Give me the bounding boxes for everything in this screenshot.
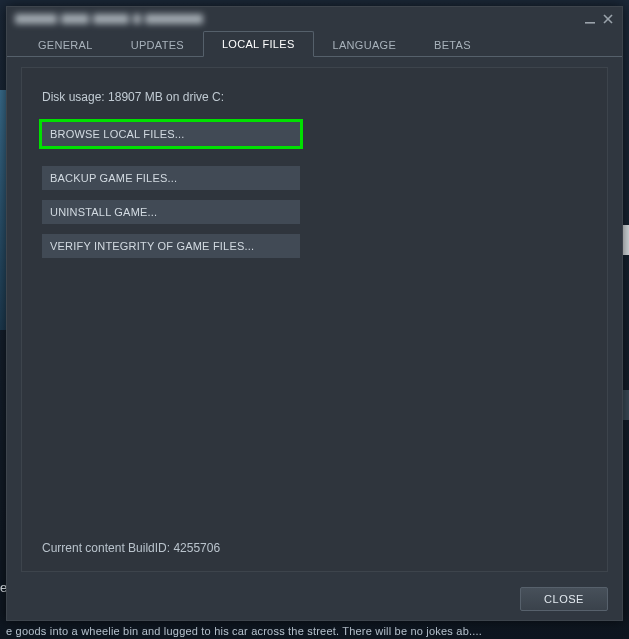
close-icon xyxy=(602,13,614,25)
titlebar xyxy=(7,7,622,31)
browse-local-files-button[interactable]: BROWSE LOCAL FILES... xyxy=(42,122,300,146)
backup-game-files-button[interactable]: BACKUP GAME FILES... xyxy=(42,166,300,190)
dialog-footer: CLOSE xyxy=(7,580,622,620)
uninstall-game-label: UNINSTALL GAME... xyxy=(50,206,157,218)
browse-local-files-label: BROWSE LOCAL FILES... xyxy=(50,128,185,140)
verify-integrity-button[interactable]: VERIFY INTEGRITY OF GAME FILES... xyxy=(42,234,300,258)
content-area: Disk usage: 18907 MB on drive C: BROWSE … xyxy=(7,57,622,580)
window-close-button[interactable] xyxy=(600,11,616,27)
minimize-button[interactable] xyxy=(582,11,598,27)
tab-language[interactable]: LANGUAGE xyxy=(314,32,416,57)
window-title-obscured xyxy=(15,14,203,24)
tab-general[interactable]: GENERAL xyxy=(19,32,112,57)
close-button[interactable]: CLOSE xyxy=(520,587,608,611)
uninstall-game-button[interactable]: UNINSTALL GAME... xyxy=(42,200,300,224)
verify-integrity-label: VERIFY INTEGRITY OF GAME FILES... xyxy=(50,240,254,252)
background-text-bottom: e goods into a wheelie bin and lugged to… xyxy=(0,625,629,637)
minimize-icon xyxy=(584,13,596,25)
properties-dialog: GENERAL UPDATES LOCAL FILES LANGUAGE BET… xyxy=(6,6,623,621)
tab-betas[interactable]: BETAS xyxy=(415,32,490,57)
backup-game-files-label: BACKUP GAME FILES... xyxy=(50,172,177,184)
tab-bar: GENERAL UPDATES LOCAL FILES LANGUAGE BET… xyxy=(7,31,622,57)
disk-usage-text: Disk usage: 18907 MB on drive C: xyxy=(42,90,587,104)
tab-updates[interactable]: UPDATES xyxy=(112,32,203,57)
local-files-panel: Disk usage: 18907 MB on drive C: BROWSE … xyxy=(21,67,608,572)
build-id-text: Current content BuildID: 4255706 xyxy=(42,541,220,555)
tab-local-files[interactable]: LOCAL FILES xyxy=(203,31,314,57)
svg-rect-0 xyxy=(585,22,595,24)
close-button-label: CLOSE xyxy=(544,593,584,605)
